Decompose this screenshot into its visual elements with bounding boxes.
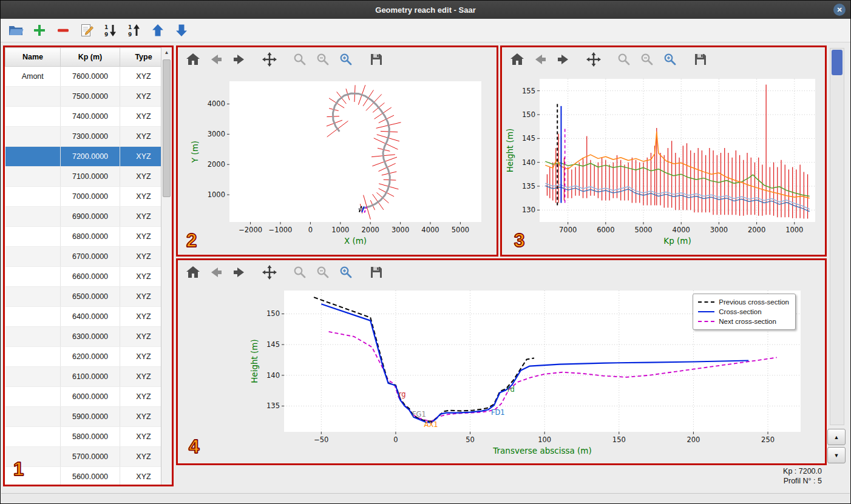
back-button[interactable]: [207, 263, 225, 281]
table-cell[interactable]: XYZ: [120, 107, 168, 127]
zoom-sel-button[interactable]: [337, 263, 355, 281]
table-cell[interactable]: [5, 427, 61, 447]
table-cell[interactable]: 6600.0000: [61, 267, 120, 287]
zoom-button[interactable]: [291, 50, 309, 69]
table-cell[interactable]: XYZ: [120, 467, 168, 487]
zoom-sel-button[interactable]: [337, 50, 355, 69]
home-button[interactable]: [184, 50, 202, 69]
table-cell[interactable]: XYZ: [120, 187, 168, 207]
table-cell[interactable]: 6100.0000: [61, 367, 120, 387]
table-row[interactable]: 6800.0000XYZ: [5, 227, 168, 247]
table-cell[interactable]: XYZ: [120, 227, 168, 247]
table-cell[interactable]: [5, 327, 61, 347]
move-down-button[interactable]: [172, 21, 191, 39]
table-row[interactable]: 6300.0000XYZ: [5, 327, 168, 347]
forward-button[interactable]: [230, 263, 248, 281]
forward-button[interactable]: [554, 50, 572, 69]
table-cell[interactable]: [5, 107, 61, 127]
table-cell[interactable]: XYZ: [120, 147, 168, 167]
zoom-alt-button[interactable]: [314, 263, 332, 281]
table-cell[interactable]: [5, 127, 61, 147]
move-up-button[interactable]: [149, 21, 167, 39]
table-row[interactable]: 7200.0000XYZ: [5, 147, 168, 167]
profile-down-button[interactable]: ▼: [827, 447, 846, 463]
table-row[interactable]: 6900.0000XYZ: [5, 207, 168, 227]
table-cell[interactable]: 6800.0000: [61, 227, 120, 247]
table-cell[interactable]: 5700.0000: [61, 447, 120, 467]
zoom-sel-button[interactable]: [661, 50, 679, 69]
zoom-button[interactable]: [615, 50, 633, 69]
table-row[interactable]: 5700.0000XYZ: [5, 447, 168, 467]
table-row[interactable]: 6500.0000XYZ: [5, 287, 168, 307]
table-cell[interactable]: 7200.0000: [61, 147, 120, 167]
zoom-alt-button[interactable]: [314, 50, 332, 69]
table-row[interactable]: 6000.0000XYZ: [5, 387, 168, 407]
table-cell[interactable]: Amont: [5, 67, 61, 87]
table-cell[interactable]: 6000.0000: [61, 387, 120, 407]
table-cell[interactable]: 7500.0000: [61, 87, 120, 107]
table-row[interactable]: 7000.0000XYZ: [5, 187, 168, 207]
table-row[interactable]: 6100.0000XYZ: [5, 367, 168, 387]
table-cell[interactable]: [5, 267, 61, 287]
table-row[interactable]: 7500.0000XYZ: [5, 87, 168, 107]
table-cell[interactable]: XYZ: [120, 427, 168, 447]
table-cell[interactable]: 7100.0000: [61, 167, 120, 187]
table-cell[interactable]: XYZ: [120, 127, 168, 147]
table-cell[interactable]: 7600.0000: [61, 67, 120, 87]
table-row[interactable]: 6200.0000XYZ: [5, 347, 168, 367]
pan-button[interactable]: [260, 50, 279, 69]
right-scrollbar-thumb[interactable]: [832, 50, 843, 75]
table-row[interactable]: 6700.0000XYZ: [5, 247, 168, 267]
table-cell[interactable]: 7400.0000: [61, 107, 120, 127]
table-cell[interactable]: [5, 387, 61, 407]
table-scrollbar-up-icon[interactable]: ▲: [161, 47, 172, 57]
table-cell[interactable]: XYZ: [120, 207, 168, 227]
table-cell[interactable]: [5, 347, 61, 367]
plan-plot-canvas[interactable]: −2000−1000010002000300040005000100020003…: [178, 72, 497, 255]
home-button[interactable]: [508, 50, 526, 69]
table-row[interactable]: 5800.0000XYZ: [5, 427, 168, 447]
table-cell[interactable]: XYZ: [120, 67, 168, 87]
table-cell[interactable]: 6700.0000: [61, 247, 120, 267]
table-cell[interactable]: XYZ: [120, 387, 168, 407]
sort-ascending-button[interactable]: 1 9: [101, 21, 120, 39]
table-cell[interactable]: [5, 207, 61, 227]
table-cell[interactable]: 5800.0000: [61, 427, 120, 447]
sort-descending-button[interactable]: 1 9: [125, 21, 143, 39]
table-cell[interactable]: [5, 247, 61, 267]
table-cell[interactable]: XYZ: [120, 267, 168, 287]
table-cell[interactable]: 7000.0000: [61, 187, 120, 207]
edit-cross-section-button[interactable]: [78, 21, 96, 39]
profile-plot-canvas[interactable]: 7000600050004000300020001000130135140145…: [502, 72, 825, 255]
close-button[interactable]: ✕: [833, 4, 846, 16]
table-cell[interactable]: [5, 287, 61, 307]
table-row[interactable]: 5600.0000XYZ: [5, 467, 168, 487]
table-row[interactable]: 5900.0000XYZ: [5, 407, 168, 427]
save-button[interactable]: [367, 263, 385, 281]
table-row[interactable]: 6400.0000XYZ: [5, 307, 168, 327]
save-button[interactable]: [367, 50, 385, 69]
table-row[interactable]: 7300.0000XYZ: [5, 127, 168, 147]
table-cell[interactable]: 5600.0000: [61, 467, 120, 487]
zoom-alt-button[interactable]: [638, 50, 656, 69]
table-cell[interactable]: 6500.0000: [61, 287, 120, 307]
open-geometry-button[interactable]: [7, 21, 25, 39]
profile-up-button[interactable]: ▲: [827, 429, 846, 445]
pan-button[interactable]: [585, 50, 603, 69]
table-cell[interactable]: 6400.0000: [61, 307, 120, 327]
table-cell[interactable]: XYZ: [120, 167, 168, 187]
home-button[interactable]: [184, 263, 202, 281]
save-button[interactable]: [691, 50, 710, 69]
table-cell[interactable]: [5, 187, 61, 207]
table-cell[interactable]: [5, 227, 61, 247]
table-scrollbar-thumb[interactable]: [163, 59, 171, 197]
table-cell[interactable]: 7300.0000: [61, 127, 120, 147]
back-button[interactable]: [207, 50, 225, 69]
table-cell[interactable]: XYZ: [120, 247, 168, 267]
table-cell[interactable]: 6300.0000: [61, 327, 120, 347]
right-scrollbar[interactable]: [830, 48, 844, 425]
table-row[interactable]: 7100.0000XYZ: [5, 167, 168, 187]
table-row[interactable]: Amont7600.0000XYZ: [5, 67, 168, 87]
table-cell[interactable]: 5900.0000: [61, 407, 120, 427]
table-cell[interactable]: XYZ: [120, 347, 168, 367]
